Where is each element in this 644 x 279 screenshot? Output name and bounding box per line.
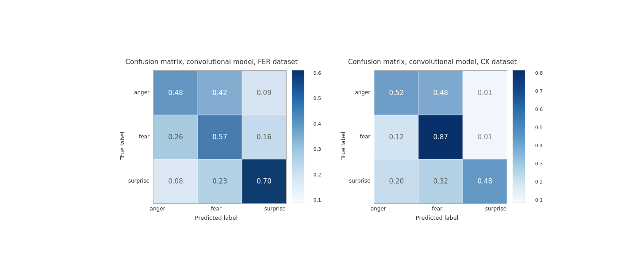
cell2-1-0: 0.12 [374,115,418,159]
x2-tick-fear: fear [415,206,459,212]
x-tick-surprise: surprise [253,206,297,212]
chart2-grid-wrapper: anger fear surprise 0.52 0.48 0.01 0.12 … [349,70,525,204]
cell-0-0: 0.48 [153,71,198,115]
cell2-0-0: 0.52 [374,71,418,115]
cell2-2-0: 0.20 [374,159,418,203]
x2-tick-anger: anger [356,206,400,212]
chart2-bottom: anger fear surprise Predicted label [349,204,525,221]
cell2-0-1: 0.48 [418,71,463,115]
chart2-wrapper: Confusion matrix, convolutional model, C… [340,58,525,221]
cell-1-2: 0.16 [242,115,286,159]
chart2-title: Confusion matrix, convolutional model, C… [348,58,517,66]
cell-2-1: 0.23 [198,159,242,203]
chart1-title: Confusion matrix, convolutional model, F… [126,58,298,66]
chart1-inner: True label anger fear surprise 0.48 0.42… [119,70,304,221]
x-tick-fear: fear [194,206,238,212]
chart1-y-label: True label [119,132,126,160]
chart2-inner: True label anger fear surprise 0.52 0.48… [340,70,525,221]
chart1-x-ticks: anger fear surprise [128,206,304,212]
cell2-2-1: 0.32 [418,159,463,203]
chart1-x-label: Predicted label [128,214,304,221]
x2-tick-surprise: surprise [474,206,518,212]
chart1-matrix-grid: 0.48 0.42 0.09 0.26 0.57 0.16 0.08 0.23 … [153,70,287,204]
chart2-matrix-grid: 0.52 0.48 0.01 0.12 0.87 0.01 0.20 0.32 … [374,70,507,204]
cell-1-1: 0.57 [198,115,242,159]
chart1-y-ticks: anger fear surprise [128,70,150,203]
cell-0-2: 0.09 [242,71,286,115]
chart1-grid-wrapper: anger fear surprise 0.48 0.42 0.09 0.26 … [128,70,304,204]
y-tick-surprise: surprise [128,159,150,203]
chart2-colorbar-gradient: 0.8 0.7 0.6 0.5 0.4 0.3 0.2 0.1 [513,70,525,203]
y2-tick-anger: anger [349,70,370,115]
svg-rect-0 [292,70,304,203]
chart2-colorbar-ticks: 0.8 0.7 0.6 0.5 0.4 0.3 0.2 0.1 [535,70,543,203]
y2-tick-fear: fear [349,115,370,159]
y2-tick-surprise: surprise [349,159,370,203]
cell-2-2: 0.70 [242,159,286,203]
cell2-1-1: 0.87 [418,115,463,159]
chart1-colorbar: 0.6 0.5 0.4 0.3 0.2 0.1 [292,70,304,203]
chart2-x-ticks: anger fear surprise [349,206,525,212]
cell-2-0: 0.08 [153,159,198,203]
chart2-y-ticks: anger fear surprise [349,70,370,203]
svg-rect-1 [513,70,525,203]
cell2-2-2: 0.48 [463,159,507,203]
chart2-x-label: Predicted label [349,214,525,221]
charts-container: Confusion matrix, convolutional model, F… [101,49,543,230]
cell2-0-2: 0.01 [463,71,507,115]
y-tick-fear: fear [128,115,150,159]
chart1-bottom: anger fear surprise Predicted label [128,204,304,221]
chart2-colorbar: 0.8 0.7 0.6 0.5 0.4 0.3 0.2 0.1 [513,70,525,203]
y-tick-anger: anger [128,70,150,115]
chart1-wrapper: Confusion matrix, convolutional model, F… [119,58,304,221]
cell-0-1: 0.42 [198,71,242,115]
x-tick-anger: anger [135,206,180,212]
chart1-matrix-area: anger fear surprise 0.48 0.42 0.09 0.26 … [128,70,304,221]
chart2-matrix-area: anger fear surprise 0.52 0.48 0.01 0.12 … [349,70,525,221]
cell-1-0: 0.26 [153,115,198,159]
chart1-colorbar-gradient: 0.6 0.5 0.4 0.3 0.2 0.1 [292,70,304,203]
cell2-1-2: 0.01 [463,115,507,159]
chart1-colorbar-ticks: 0.6 0.5 0.4 0.3 0.2 0.1 [314,70,322,203]
chart2-y-label: True label [340,132,346,160]
